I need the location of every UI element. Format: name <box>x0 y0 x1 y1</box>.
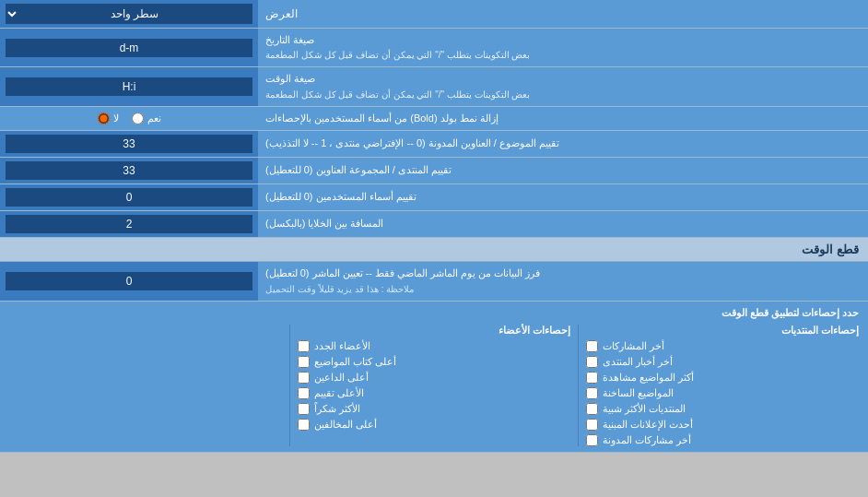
freeze-data-input[interactable] <box>6 272 252 290</box>
radio-yes-input[interactable] <box>132 112 144 124</box>
checkbox-member-1[interactable] <box>298 356 310 368</box>
date-format-input[interactable] <box>6 39 252 57</box>
checkbox-member-2[interactable] <box>298 372 310 384</box>
user-sort-input-cell <box>0 184 258 210</box>
column-divider-2 <box>289 325 290 446</box>
column-divider-1 <box>578 325 579 446</box>
checkbox-forum-4[interactable] <box>586 403 598 415</box>
checkbox-forum-3[interactable] <box>586 387 598 399</box>
empty-stats-column <box>9 325 282 446</box>
radio-no-input[interactable] <box>98 112 110 124</box>
checkbox-member-3[interactable] <box>298 387 310 399</box>
checkboxes-section: حدد إحصاءات لتطبيق قطع الوقت إحصاءات الم… <box>0 302 868 453</box>
stats-apply-label: حدد إحصاءات لتطبيق قطع الوقت <box>9 307 859 319</box>
freeze-section-header: قطع الوقت <box>0 238 868 262</box>
checkbox-item: المنتديات الأكثر شبية <box>586 403 859 415</box>
display-label: العرض <box>258 0 868 28</box>
checkbox-item: الأعلى تقييم <box>298 387 570 399</box>
cell-gap-input[interactable] <box>6 215 252 233</box>
forum-stats-column: إحصاءات المنتديات أخر المشاركات أخر أخبا… <box>586 325 859 446</box>
bold-remove-radio-cell: نعم لا <box>0 107 258 130</box>
checkbox-item: أخر المشاركات <box>586 340 859 352</box>
date-format-input-cell <box>0 29 258 66</box>
user-sort-label: تقييم أسماء المستخدمين (0 للتعطيل) <box>258 184 868 210</box>
cell-gap-label: المسافة بين الخلايا (بالبكسل) <box>258 211 868 237</box>
member-stats-column: إحصاءات الأعضاء الأعضاء الجدد أعلى كتاب … <box>298 325 570 446</box>
checkbox-forum-1[interactable] <box>586 356 598 368</box>
freeze-data-label: فرز البيانات من يوم الماشر الماضي فقط --… <box>258 262 868 300</box>
checkbox-member-5[interactable] <box>298 419 310 431</box>
checkbox-item: المواضيع الساخنة <box>586 387 859 399</box>
checkbox-item: أخر أخبار المنتدى <box>586 356 859 368</box>
checkbox-forum-5[interactable] <box>586 419 598 431</box>
checkbox-item: أعلى المخالفين <box>298 419 570 431</box>
time-format-label: صيغة الوقت بعض التكوينات يتطلب "/" التي … <box>258 67 868 105</box>
checkbox-item: أعلى الداعين <box>298 372 570 384</box>
checkbox-item: أخر مشاركات المدونة <box>586 434 859 446</box>
radio-yes[interactable]: نعم <box>132 112 161 124</box>
freeze-data-input-cell <box>0 262 258 300</box>
checkbox-member-4[interactable] <box>298 403 310 415</box>
user-sort-input[interactable] <box>6 188 252 207</box>
topic-sort-input[interactable] <box>6 135 252 153</box>
checkbox-item: أعلى كتاب المواضيع <box>298 356 570 368</box>
time-format-input-cell <box>0 67 258 105</box>
topic-sort-label: تقييم الموضوع / العناوين المدونة (0 -- ا… <box>258 131 868 157</box>
date-format-label: صيغة التاريخ بعض التكوينات يتطلب "/" الت… <box>258 29 868 66</box>
checkbox-forum-0[interactable] <box>586 340 598 352</box>
forum-stats-title: إحصاءات المنتديات <box>586 325 859 337</box>
bold-remove-label: إزالة نمط بولد (Bold) من أسماء المستخدمي… <box>258 107 868 130</box>
checkbox-forum-2[interactable] <box>586 372 598 384</box>
forum-sort-label: تقييم المنتدى / المجموعة العناوين (0 للت… <box>258 158 868 183</box>
member-stats-title: إحصاءات الأعضاء <box>298 325 570 337</box>
checkbox-item: أحدث الإعلانات المبنية <box>586 419 859 431</box>
radio-no[interactable]: لا <box>98 112 119 124</box>
checkbox-item: الأكثر شكراً <box>298 403 570 415</box>
checkbox-item: أكثر المواضيع مشاهدة <box>586 372 859 384</box>
time-format-input[interactable] <box>6 77 252 96</box>
topic-sort-input-cell <box>0 131 258 157</box>
checkbox-item: الأعضاء الجدد <box>298 340 570 352</box>
checkbox-forum-6[interactable] <box>586 434 598 446</box>
cell-gap-input-cell <box>0 211 258 237</box>
forum-sort-input-cell <box>0 158 258 183</box>
lines-dropdown[interactable]: سطر واحد سطرين ثلاثة أسطر <box>6 4 252 24</box>
lines-dropdown-cell: سطر واحد سطرين ثلاثة أسطر <box>0 0 258 28</box>
checkbox-member-0[interactable] <box>298 340 310 352</box>
forum-sort-input[interactable] <box>6 161 252 180</box>
